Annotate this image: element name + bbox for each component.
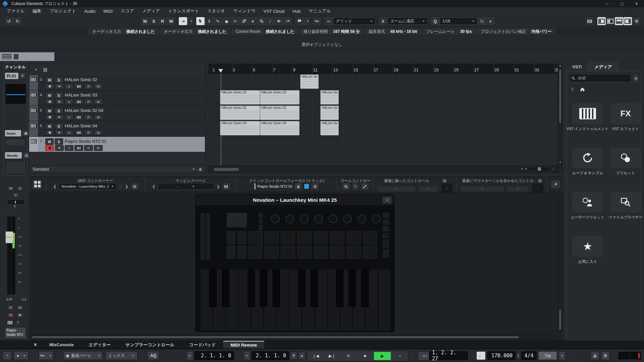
mute-all-button[interactable]: M: [141, 17, 149, 25]
function-button[interactable]: [227, 246, 235, 259]
menu-studio[interactable]: スタジオ: [203, 8, 229, 14]
left-locator-display[interactable]: 2. 1. 1. 0: [195, 351, 234, 360]
pad[interactable]: [264, 231, 279, 244]
pad[interactable]: [314, 231, 328, 244]
track-record-button[interactable]: [45, 145, 54, 151]
close-button[interactable]: ✕: [629, 0, 644, 7]
track-height-preset[interactable]: Standard: [33, 167, 49, 172]
knob[interactable]: [314, 215, 323, 223]
track-read-button[interactable]: R: [84, 99, 93, 105]
color-menu-dropdown[interactable]: ▼: [304, 17, 309, 25]
pad[interactable]: [297, 246, 312, 259]
tap-tempo-button[interactable]: Tap: [538, 351, 557, 360]
range-tool[interactable]: I: [205, 17, 213, 25]
knob[interactable]: [329, 215, 337, 223]
preset-chevron-icon[interactable]: ▼: [192, 168, 195, 171]
line-tool[interactable]: ∕: [266, 17, 274, 25]
close-lower-zone-icon[interactable]: ✕: [29, 341, 42, 349]
midi-clip[interactable]: HALion Sonic 02: [260, 106, 300, 120]
knob[interactable]: [271, 215, 280, 223]
midi-clip[interactable]: HALion Sonic 04: [220, 121, 260, 135]
status-audio-input[interactable]: オーディオ入力接続されました: [88, 28, 159, 35]
media-search-input[interactable]: [569, 74, 631, 82]
track-row[interactable]: 3 MS HALion Sonic 02 e R W: [29, 75, 205, 90]
meter-peak-value[interactable]: -1.3: [21, 298, 26, 301]
track-solo-button[interactable]: S: [55, 77, 63, 83]
solo-all-button[interactable]: S: [150, 17, 158, 25]
midi-clip[interactable]: HALion So: [320, 121, 339, 135]
knob[interactable]: [285, 215, 294, 223]
record-mode-dropdown[interactable]: ●▼: [14, 351, 29, 360]
zoom-fit-icon[interactable]: [361, 183, 369, 190]
controller-settings-gear-icon[interactable]: [131, 183, 139, 190]
pad[interactable]: [281, 231, 295, 244]
mute-tool[interactable]: ×: [249, 17, 257, 25]
midi-clip[interactable]: HALion Sonic 04: [260, 121, 300, 135]
tile-user-presets[interactable]: ユーザープリセット: [571, 192, 604, 220]
tab-editor[interactable]: エディター: [81, 341, 118, 349]
track-edit-button[interactable]: e: [65, 130, 73, 135]
tempo-track-icon[interactable]: ♩: [476, 351, 486, 360]
snap-zero-crossing-toggle[interactable]: [313, 17, 321, 25]
open-editor-icon[interactable]: [551, 180, 560, 189]
track-mute-button[interactable]: M: [45, 138, 54, 145]
hzoom-plus-icon[interactable]: ＋: [552, 167, 555, 171]
track-edit-button[interactable]: e: [65, 99, 73, 105]
track-instrument-button[interactable]: [74, 130, 83, 135]
controller-dropdown[interactable]: Novation - Launchkey Mini .25▼: [59, 183, 117, 190]
track-read-button[interactable]: R: [84, 114, 93, 120]
midi-insert-mode-dropdown[interactable]: ◉新規パート▼: [63, 351, 103, 360]
track-solo-button[interactable]: S: [55, 138, 63, 145]
midi-activity-icon[interactable]: [591, 351, 599, 360]
lowerzone-hscroll-thumb[interactable]: [32, 336, 519, 338]
write-all-button[interactable]: W: [167, 17, 175, 25]
pad[interactable]: [346, 246, 361, 259]
tab-media[interactable]: メディア: [588, 62, 619, 71]
mod-strip[interactable]: [206, 213, 210, 260]
fader-handle[interactable]: [5, 231, 13, 243]
track-name[interactable]: HALion Sonic 02 04: [65, 108, 103, 113]
autoscroll-toggle[interactable]: ⇥: [179, 17, 187, 25]
scroll-down-icon[interactable]: ▼: [558, 161, 562, 164]
midi-clip[interactable]: HALion Sonic 03: [220, 90, 260, 105]
draw-tool[interactable]: ✎: [214, 17, 222, 25]
track-mute-button[interactable]: M: [45, 77, 54, 83]
track-name[interactable]: Piapro Studio NT2 01: [65, 139, 106, 144]
minimize-button[interactable]: ─: [600, 0, 614, 7]
punch-out-icon[interactable]: ▲: [299, 352, 305, 359]
pad[interactable]: [346, 231, 361, 244]
pad[interactable]: [314, 246, 328, 259]
tracklist-splitter[interactable]: ⋮: [205, 64, 209, 173]
time-format-icon[interactable]: ♪: [425, 353, 427, 358]
status-control-room[interactable]: Control Room接続されました: [231, 28, 298, 35]
knob[interactable]: [372, 215, 381, 223]
controller-next-icon[interactable]: ❯: [124, 183, 129, 190]
stop-button[interactable]: ■: [357, 352, 373, 360]
track-monitor-button[interactable]: [55, 114, 64, 120]
vzoom-plus-icon[interactable]: ＋: [558, 168, 562, 172]
timesig-display[interactable]: 4/4: [521, 351, 537, 360]
track-record-button[interactable]: [45, 83, 54, 89]
tile-vst-effects[interactable]: FX VST エフェクト: [610, 103, 641, 131]
midi-clip[interactable]: HALion So: [320, 90, 339, 105]
pad[interactable]: [363, 231, 377, 244]
track-edit-button[interactable]: e: [65, 145, 73, 151]
snap-type-dropdown[interactable]: グリッド▼: [333, 17, 375, 25]
track-mute-button[interactable]: M: [45, 108, 54, 114]
track-row[interactable]: 5 MS HALion Sonic 02 04 e R W: [29, 106, 205, 121]
track-instrument-button[interactable]: [74, 99, 83, 105]
menu-audio[interactable]: Audio: [80, 9, 99, 14]
fader-track[interactable]: [7, 217, 11, 294]
split-tool[interactable]: ✂: [231, 17, 239, 25]
pad[interactable]: [330, 231, 344, 244]
list-view-icon[interactable]: ≡: [633, 74, 639, 83]
add-track-button[interactable]: +: [33, 67, 39, 73]
track-instrument-button[interactable]: [74, 114, 83, 120]
setup-toolbar-button[interactable]: [632, 17, 641, 25]
arrangement-vscrollbar[interactable]: ▲ ▼ ＋: [558, 64, 562, 173]
midi-clip[interactable]: HALion So: [320, 106, 339, 120]
color-menu-icon[interactable]: [295, 17, 304, 25]
zoom-tool[interactable]: [257, 17, 266, 25]
function-button[interactable]: [227, 231, 235, 244]
pad[interactable]: [297, 231, 312, 244]
